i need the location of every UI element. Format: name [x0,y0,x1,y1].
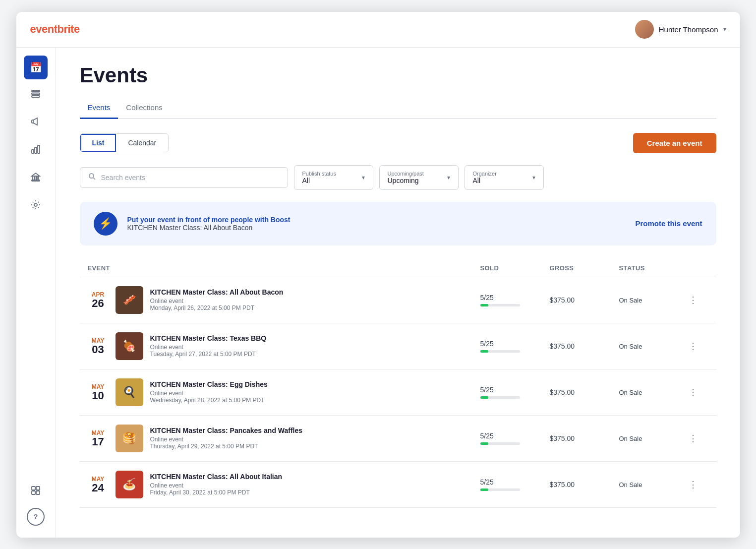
search-input[interactable] [101,174,280,182]
promo-banner: ⚡ Put your event in front of more people… [80,202,716,245]
publish-status-filter[interactable]: Publish status All ▾ [294,165,373,190]
organizer-chevron: ▾ [532,174,535,181]
tab-events[interactable]: Events [80,99,118,119]
event-datetime: Friday, April 30, 2022 at 5:00 PM PDT [150,489,283,496]
date-day: 10 [88,390,109,401]
svg-rect-8 [37,176,39,180]
filter-bar: Publish status All ▾ Upcoming/past Upcom… [80,165,716,190]
date-day: 26 [88,298,109,309]
calendar-view-button[interactable]: Calendar [116,134,168,152]
avatar [635,20,654,39]
page-title: Events [80,63,716,87]
event-info: KITCHEN Master Class: Pancakes and Waffl… [150,427,303,450]
sold-cell: 5/25 [480,478,550,491]
more-actions-button[interactable]: ⋮ [689,341,698,352]
time-filter[interactable]: Upcoming/past Upcoming ▾ [379,165,459,190]
promo-title: Put your event in front of more people w… [127,216,291,224]
chart-icon [30,144,41,157]
event-info: KITCHEN Master Class: All About Italian … [150,473,283,496]
sidebar-item-finance[interactable] [24,167,48,190]
sold-count: 5/25 [480,432,550,440]
table-row: MAY 17 🥞 KITCHEN Master Class: Pancakes … [80,416,716,462]
table-row: MAY 10 🍳 KITCHEN Master Class: Egg Dishe… [80,369,716,416]
more-actions-cell[interactable]: ⋮ [689,387,708,398]
date-badge: APR 26 [88,291,109,309]
more-actions-button[interactable]: ⋮ [689,479,698,490]
organizer-filter[interactable]: Organizer All ▾ [465,165,544,190]
sidebar-item-marketing[interactable] [24,111,48,135]
more-actions-cell[interactable]: ⋮ [689,295,708,305]
user-menu[interactable]: Hunter Thompson ▾ [635,20,726,39]
promote-event-link[interactable]: Promote this event [635,219,702,228]
tab-collections[interactable]: Collections [118,99,170,119]
sidebar-item-help[interactable]: ? [27,508,45,526]
gross-value: $375.00 [550,296,575,304]
event-cell: MAY 03 🍖 KITCHEN Master Class: Texas BBQ… [88,332,480,360]
eventbrite-logo[interactable]: eventbrite [30,23,80,36]
gear-icon [30,199,41,213]
date-day: 17 [88,436,109,447]
status-cell: On Sale [619,342,689,351]
organizer-value: All [473,177,481,184]
event-cell: APR 26 🥓 KITCHEN Master Class: All About… [88,286,480,314]
event-title: KITCHEN Master Class: Egg Dishes [150,380,268,388]
event-title: KITCHEN Master Class: All About Bacon [150,288,284,296]
more-actions-cell[interactable]: ⋮ [689,479,708,490]
time-filter-chevron: ▾ [447,174,450,181]
time-filter-label: Upcoming/past [388,171,424,177]
chevron-down-icon: ▾ [723,26,726,33]
gross-value: $375.00 [550,342,575,350]
status-badge: On Sale [619,389,642,396]
table-header: Event Sold Gross Status [80,259,716,277]
sold-bar [480,350,488,353]
gross-cell: $375.00 [550,480,619,489]
promo-icon: ⚡ [94,212,117,236]
svg-point-15 [89,174,94,178]
organizer-label: Organizer [473,171,497,177]
gross-cell: $375.00 [550,388,619,397]
sold-cell: 5/25 [480,340,550,353]
page-tabs: Events Collections [80,99,716,119]
more-actions-button[interactable]: ⋮ [689,295,698,305]
sold-count: 5/25 [480,340,550,348]
date-badge: MAY 24 [88,476,109,493]
event-type: Online event [150,436,303,443]
svg-rect-7 [35,176,37,180]
megaphone-icon [30,116,41,129]
sold-bar [480,442,488,445]
more-actions-cell[interactable]: ⋮ [689,341,708,352]
svg-point-10 [34,203,37,206]
gross-value: $375.00 [550,481,575,488]
svg-rect-1 [32,93,40,95]
event-type: Online event [150,390,268,397]
status-badge: On Sale [619,343,642,350]
sidebar-item-settings[interactable] [24,194,48,218]
sold-bar-bg [480,396,520,399]
sidebar-item-list[interactable] [24,83,48,107]
svg-rect-5 [38,145,40,153]
date-badge: MAY 17 [88,429,109,447]
sold-bar-bg [480,488,520,491]
table-row: MAY 24 🍝 KITCHEN Master Class: All About… [80,462,716,508]
sold-count: 5/25 [480,478,550,486]
more-actions-button[interactable]: ⋮ [689,433,698,444]
create-event-button[interactable]: Create an event [633,133,716,153]
event-title: KITCHEN Master Class: Pancakes and Waffl… [150,427,303,434]
col-gross: Gross [550,264,619,272]
time-filter-value: Upcoming [388,177,419,184]
search-box[interactable] [80,167,288,188]
sidebar-item-calendar[interactable]: 📅 [24,56,48,79]
list-view-button[interactable]: List [80,134,116,152]
event-datetime: Thursday, April 29, 2022 at 5:00 PM PDT [150,443,303,450]
list-icon [30,88,41,102]
event-info: KITCHEN Master Class: Egg Dishes Online … [150,380,268,404]
gross-value: $375.00 [550,388,575,396]
sidebar-item-apps[interactable] [24,480,48,504]
more-actions-button[interactable]: ⋮ [689,387,698,398]
publish-status-chevron: ▾ [362,174,365,181]
sidebar-item-analytics[interactable] [24,139,48,163]
status-cell: On Sale [619,388,689,397]
gross-cell: $375.00 [550,434,619,443]
more-actions-cell[interactable]: ⋮ [689,433,708,444]
promo-subtitle: KITCHEN Master Class: All About Bacon [127,224,291,232]
